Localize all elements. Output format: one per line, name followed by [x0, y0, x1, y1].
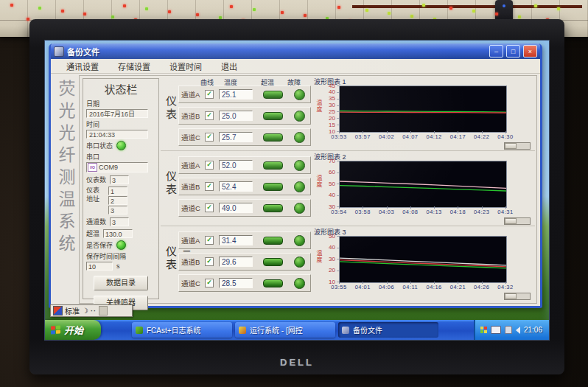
curve-checkbox[interactable]: ✓ — [205, 257, 214, 266]
channel-count-field[interactable]: 3 — [110, 217, 129, 226]
serial-status-label: 串口状态 — [86, 141, 113, 150]
x-tick-label: 04:07 — [402, 133, 418, 140]
main-panel: 状态栏 日期 2016年7月16日 时间 21:04:33 串口状态 串口 I/… — [79, 75, 537, 304]
curve-checkbox[interactable]: ✓ — [205, 133, 214, 142]
temperature-value: 29.6 — [219, 257, 253, 267]
chart-scrollbar[interactable] — [504, 293, 531, 300]
channel-row: 通道C ✓ 25.7 — [178, 128, 311, 146]
taskbar-button-label: FCAst+日志系统 — [147, 324, 201, 335]
panel-led — [253, 8, 256, 11]
menu-item-storage-settings[interactable]: 存储设置 — [108, 60, 160, 72]
series-channel-green — [340, 262, 506, 268]
panel-led — [145, 7, 148, 10]
y-tick-label: 30 — [312, 203, 335, 210]
menu-item-comm-settings[interactable]: 通讯设置 — [57, 60, 108, 72]
menu-item-exit[interactable]: 退出 — [211, 60, 247, 72]
tray-keyboard-icon[interactable] — [491, 326, 501, 334]
save-interval-field[interactable]: 10 — [86, 262, 113, 271]
panel-led — [230, 5, 233, 8]
panel-led — [196, 13, 199, 16]
tray-speaker-icon[interactable] — [516, 327, 520, 334]
ime-fullwidth-moon-icon[interactable]: ☽ — [82, 307, 88, 315]
curve-checkbox[interactable]: ✓ — [205, 236, 214, 245]
panel-led — [410, 15, 413, 18]
temperature-value: 52.0 — [219, 160, 253, 170]
serial-status-led — [116, 141, 126, 150]
overtemp-field[interactable]: 130.0 — [103, 229, 133, 238]
x-tick-label: 04:03 — [379, 209, 394, 215]
channel-label: 通道A — [181, 89, 205, 100]
meter-address-3[interactable]: 3 — [108, 206, 127, 215]
curve-checkbox[interactable]: ✓ — [205, 161, 214, 170]
x-tick-label: 04:12 — [427, 133, 442, 140]
minimize-button[interactable]: – — [489, 45, 503, 57]
temperature-value: 28.5 — [219, 278, 253, 288]
app-icon — [239, 327, 246, 334]
channel-row: 通道B ✓ 25.0 — [178, 107, 311, 125]
save-enabled-led[interactable] — [116, 240, 126, 250]
tray-clock: 21:06 — [524, 326, 542, 334]
fault-led — [294, 203, 305, 214]
ime-punctuation-icon[interactable]: ·· — [91, 307, 97, 315]
taskbar-button-label: 备份文件 — [353, 324, 382, 335]
curve-checkbox[interactable]: ✓ — [205, 279, 214, 287]
channel-count-label: 通道数 — [86, 217, 106, 226]
ime-softkeyboard-icon[interactable] — [99, 306, 108, 315]
x-tick-label: 04:13 — [427, 209, 442, 215]
channel-label: 通道C — [181, 203, 205, 213]
curve-checkbox[interactable]: ✓ — [205, 203, 214, 212]
panel-led — [38, 7, 41, 10]
serial-port-combo[interactable]: I/O COM9 — [86, 162, 148, 172]
tray-app-icon[interactable] — [480, 327, 487, 333]
x-tick-label: 03:58 — [355, 209, 371, 215]
panel-led — [27, 18, 29, 21]
chart-y-axis-label: 温度 — [315, 175, 323, 188]
chart-scrollbar[interactable] — [504, 217, 531, 225]
menu-bar: 通讯设置 存储设置 设置时间 退出 — [51, 59, 540, 74]
temperature-value: 52.4 — [219, 181, 253, 192]
meter-count-field[interactable]: 3 — [110, 175, 129, 184]
taskbar-button-backup-file[interactable]: 备份文件 — [338, 322, 438, 338]
start-button[interactable]: 开始 — [45, 320, 101, 340]
meters-column: 仪表一 曲线 温度 超温 故障 通道A ✓ — [161, 76, 312, 301]
overtemp-indicator — [263, 279, 283, 287]
visa-io-icon: I/O — [88, 163, 97, 172]
panel-led — [388, 12, 391, 15]
x-tick-label: 04:30 — [497, 133, 513, 140]
window-titlebar: 备份文件 – □ × — [51, 43, 540, 59]
save-interval-label: 保存时间间隔 — [86, 251, 155, 261]
close-button[interactable]: × — [523, 45, 537, 57]
curve-checkbox[interactable]: ✓ — [205, 182, 214, 191]
chart-scrollbar[interactable] — [504, 142, 531, 150]
app-window: 备份文件 – □ × 通讯设置 存储设置 设置时间 退出 荧光光纤测温系统 状态… — [49, 43, 542, 308]
channel-label: 通道B — [181, 181, 205, 192]
taskbar-button-log-system[interactable]: FCAst+日志系统 — [132, 322, 232, 338]
series-channel-red — [340, 260, 506, 267]
x-tick-label: 04:11 — [402, 284, 418, 290]
date-label: 日期 — [86, 99, 155, 108]
data-directory-button[interactable]: 数据目录 — [94, 276, 148, 290]
maximize-button[interactable]: □ — [506, 45, 520, 57]
temperature-value: 25.7 — [219, 132, 253, 142]
ime-bar[interactable]: 标准 ☽ ·· — [50, 304, 133, 317]
menu-item-set-time[interactable]: 设置时间 — [160, 60, 211, 72]
curve-checkbox[interactable]: ✓ — [205, 90, 214, 99]
overtemp-indicator — [263, 91, 283, 99]
panel-led — [518, 15, 521, 18]
meter-column-headers: 曲线 温度 超温 故障 — [178, 77, 309, 86]
x-tick-label: 04:08 — [402, 209, 418, 215]
ime-logo-icon[interactable] — [53, 306, 63, 315]
curve-checkbox[interactable]: ✓ — [205, 111, 214, 120]
meter-address-2[interactable]: 2 — [108, 196, 127, 205]
screen: 备份文件 – □ × 通讯设置 存储设置 设置时间 退出 荧光光纤测温系统 状态… — [44, 40, 550, 341]
channel-row: 通道C ✓ 49.0 — [178, 199, 311, 217]
meter-address-label: 仪表地址 — [86, 186, 104, 215]
fault-led — [294, 89, 305, 100]
meter-address-1[interactable]: 1 — [108, 186, 127, 195]
x-tick-label: 04:26 — [474, 284, 489, 290]
tray-usb-icon[interactable] — [505, 326, 512, 334]
x-tick-label: 04:16 — [427, 284, 442, 290]
overtemp-indicator — [263, 183, 283, 191]
temperature-value: 25.1 — [219, 89, 253, 100]
taskbar-button-run-system[interactable]: 运行系统 - [网控 — [235, 322, 335, 338]
